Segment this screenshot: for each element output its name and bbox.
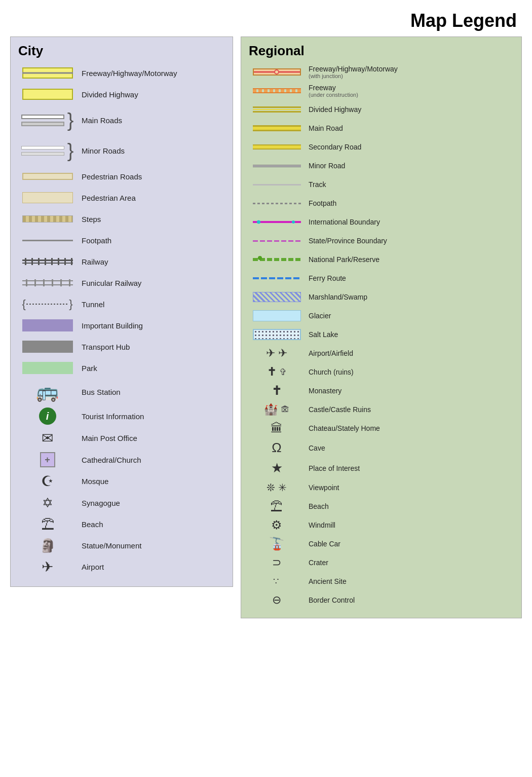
list-item: Footpath <box>18 232 225 248</box>
list-item: ✝ Monastery <box>249 384 514 398</box>
list-item: National Park/Reserve <box>249 252 514 267</box>
list-item: Salt Lake <box>249 327 514 342</box>
reg-glacier-label: Glacier <box>305 312 331 320</box>
list-item: Minor Road <box>249 159 514 173</box>
minor-roads-label: Minor Roads <box>77 146 125 155</box>
cave-icon: Ω <box>272 440 281 456</box>
reg-windmill-label: Windmill <box>305 521 335 529</box>
list-item: { } Tunnel <box>18 296 225 312</box>
crescent-icon: ☪ <box>41 473 54 490</box>
reg-cable-car-label: Cable Car <box>305 540 340 548</box>
viewpoint-icons: ❊ ✳ <box>267 482 287 494</box>
railway-symbol <box>18 258 77 265</box>
list-item: ⊖ Border Control <box>249 593 514 607</box>
bus-station-symbol: 🚌 <box>18 381 77 402</box>
tunnel-label: Tunnel <box>77 300 104 309</box>
reg-salt-lake-label: Salt Lake <box>305 330 338 339</box>
reg-marshland-symbol <box>249 292 305 302</box>
reg-track-symbol <box>249 184 305 186</box>
list-item: Important Building <box>18 317 225 334</box>
border-control-icon: ⊖ <box>272 594 281 607</box>
reg-divided-symbol <box>249 106 305 113</box>
reg-marshland-label: Marshland/Swamp <box>305 293 367 301</box>
list-item: Divided Highway <box>18 86 225 102</box>
city-panel: City Freeway/Highway/Motorway Divided Hi… <box>10 36 233 587</box>
reg-ancient-site-symbol: ∵ <box>249 576 305 587</box>
main-roads-label: Main Roads <box>77 116 122 125</box>
synagogue-label: Synagogue <box>77 499 120 507</box>
reg-national-park-symbol <box>249 256 305 263</box>
reg-viewpoint-symbol: ❊ ✳ <box>249 482 305 494</box>
star-icon: ★ <box>271 460 283 476</box>
reg-ferry-symbol <box>249 277 305 279</box>
reg-castle-label: Castle/Castle Ruins <box>305 405 371 414</box>
list-item: 🏛 Chateau/Stately Home <box>249 421 514 435</box>
info-icon: i <box>39 408 56 425</box>
reg-state-boundary-label: State/Province Boundary <box>305 237 387 245</box>
divided-highway-symbol <box>18 89 77 100</box>
reg-glacier-symbol <box>249 310 305 321</box>
funicular-symbol <box>18 279 77 286</box>
viewpoint-icon2: ✳ <box>278 482 287 494</box>
synagogue-symbol: ✡ <box>18 495 77 511</box>
list-item: Funicular Railway <box>18 275 225 291</box>
reg-cave-symbol: Ω <box>249 440 305 456</box>
windmill-icon: ⚙ <box>271 518 282 532</box>
steps-label: Steps <box>77 215 101 224</box>
viewpoint-icon1: ❊ <box>267 482 275 494</box>
reg-ancient-site-label: Ancient Site <box>305 577 347 585</box>
reg-viewpoint-label: Viewpoint <box>305 484 339 492</box>
airport-city-label: Airport <box>77 563 104 571</box>
list-item: Secondary Road <box>249 140 514 154</box>
funicular-label: Funicular Railway <box>77 279 141 287</box>
list-item: ✉ Main Post Office <box>18 430 225 447</box>
reg-place-interest-symbol: ★ <box>249 460 305 476</box>
reg-track-label: Track <box>305 180 326 189</box>
reg-intl-boundary-symbol <box>249 219 305 225</box>
statue-icon: 🗿 <box>40 538 56 553</box>
crater-icon: ⊃ <box>272 556 281 569</box>
reg-footpath-label: Footpath <box>305 199 336 207</box>
list-item: Transport Hub <box>18 339 225 355</box>
reg-salt-lake-symbol <box>249 329 305 340</box>
reg-national-park-label: National Park/Reserve <box>305 255 379 264</box>
church-icons: ✝ ✞ <box>267 365 287 379</box>
list-item: ★ Place of Interest <box>249 460 514 476</box>
castle-icons: 🏰 🏚 <box>264 403 290 416</box>
reg-minor-road-label: Minor Road <box>305 162 345 170</box>
list-item: ⛱ Beach <box>249 499 514 513</box>
pedestrian-area-symbol <box>18 192 77 203</box>
cathedral-symbol: + <box>18 452 77 467</box>
freeway-label: Freeway/Highway/Motorway <box>77 69 177 78</box>
reg-border-control-label: Border Control <box>305 596 355 604</box>
airport-city-icon: ✈ <box>42 559 53 575</box>
castle-icon: 🏰 <box>264 403 278 416</box>
reg-border-control-symbol: ⊖ <box>249 594 305 607</box>
list-item: Ferry Route <box>249 271 514 285</box>
list-item: Marshland/Swamp <box>249 290 514 304</box>
list-item: ∵ Ancient Site <box>249 574 514 588</box>
pedestrian-roads-symbol <box>18 173 77 180</box>
pedestrian-roads-label: Pedestrian Roads <box>77 172 142 181</box>
list-item: Freeway/Highway/Motorway (with junction) <box>249 65 514 79</box>
airport-icons: ✈ ✈ <box>266 347 287 360</box>
list-item: ⛱ Beach <box>18 516 225 532</box>
transport-hub-label: Transport Hub <box>77 343 130 351</box>
reg-monastery-symbol: ✝ <box>249 384 305 398</box>
reg-castle-symbol: 🏰 🏚 <box>249 403 305 416</box>
list-item: ❊ ✳ Viewpoint <box>249 480 514 495</box>
list-item: Pedestrian Roads <box>18 168 225 184</box>
park-label: Park <box>77 364 97 373</box>
steps-symbol <box>18 215 77 223</box>
list-item: Divided Highway <box>249 102 514 117</box>
bus-station-label: Bus Station <box>77 388 121 396</box>
airport-city-symbol: ✈ <box>18 559 77 575</box>
reg-main-road-symbol <box>249 125 305 131</box>
list-item: ⚙ Windmill <box>249 518 514 532</box>
airplane2-icon: ✈ <box>278 347 287 360</box>
freeway-symbol <box>18 67 77 79</box>
post-office-label: Main Post Office <box>77 434 137 442</box>
list-item: } Minor Roads <box>18 138 225 163</box>
reg-footpath-symbol <box>249 203 305 204</box>
list-item: i Tourist Information <box>18 408 225 425</box>
